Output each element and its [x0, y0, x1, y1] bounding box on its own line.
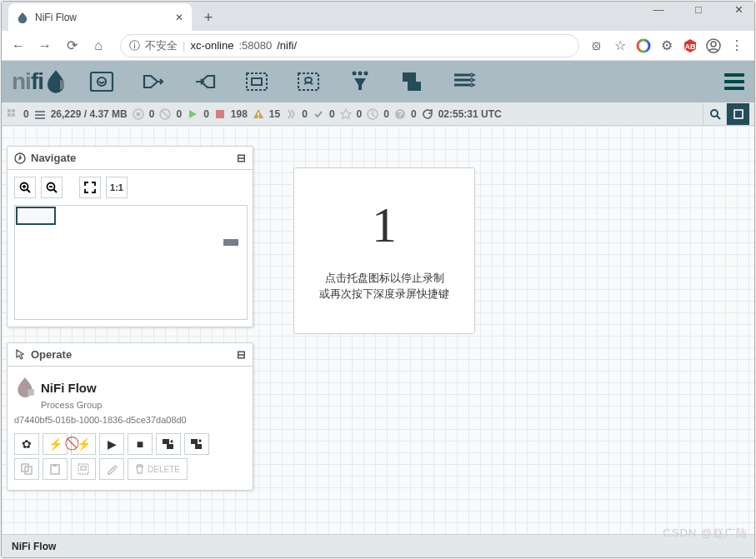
svg-rect-36 — [28, 389, 34, 396]
delete-button[interactable]: DELETE — [128, 458, 188, 480]
running-icon — [187, 108, 198, 120]
viewport-rect[interactable] — [16, 207, 56, 225]
svg-rect-15 — [8, 109, 11, 112]
bulletin-button[interactable] — [726, 103, 749, 125]
svg-rect-14 — [408, 82, 421, 91]
last-refresh: 02:55:31 UTC — [438, 108, 502, 120]
operate-collapse-icon[interactable]: ⊟ — [237, 348, 246, 361]
label-drag-icon[interactable] — [447, 65, 480, 98]
browser-tab[interactable]: NiFi Flow ✕ — [8, 3, 192, 31]
operate-flow-id: d7440bf5-016b-1000-1836-d5ce37da08d0 — [14, 415, 246, 425]
zoom-actual-button[interactable]: 1:1 — [106, 177, 128, 198]
reload-button[interactable]: ⟳ — [60, 34, 83, 57]
output-port-drag-icon[interactable] — [188, 65, 222, 98]
forward-button[interactable]: → — [33, 34, 57, 57]
nifi-logo: nifi — [12, 68, 67, 95]
translate-icon[interactable]: ⦻ — [589, 38, 604, 53]
operate-title: Operate — [31, 348, 72, 361]
new-tab-button[interactable]: + — [197, 6, 220, 29]
bookmark-icon[interactable]: ☆ — [613, 38, 628, 53]
remote-process-group-drag-icon[interactable] — [292, 65, 325, 98]
stop-button[interactable]: ■ — [128, 433, 153, 455]
uptodate-icon — [313, 108, 324, 120]
color-button[interactable] — [99, 458, 124, 480]
refresh-icon — [422, 108, 433, 120]
operate-panel: Operate ⊟ NiFi Flow Process Group d7440b… — [7, 342, 253, 491]
zoom-out-button[interactable] — [41, 177, 63, 198]
adblock-icon[interactable]: AB — [683, 38, 698, 53]
svg-rect-27 — [258, 117, 259, 118]
template-drag-icon[interactable] — [395, 65, 428, 98]
global-menu-icon[interactable] — [724, 73, 744, 90]
breadcrumb[interactable]: NiFi Flow — [2, 534, 754, 557]
svg-rect-5 — [91, 72, 113, 91]
window-close[interactable]: ✕ — [726, 3, 751, 16]
funnel-drag-icon[interactable] — [343, 65, 377, 98]
overlay-line2: 或再次按下深度录屏快捷键 — [319, 286, 449, 302]
paste-button[interactable] — [43, 458, 68, 480]
operate-flow-type: Process Group — [41, 400, 246, 410]
input-port-drag-icon[interactable] — [137, 65, 170, 98]
svg-rect-37 — [163, 439, 169, 444]
window-minimize[interactable]: — — [646, 3, 671, 16]
svg-rect-16 — [12, 109, 15, 112]
svg-rect-40 — [195, 444, 202, 449]
create-template-button[interactable] — [156, 433, 181, 455]
canvas[interactable]: Navigate ⊟ 1:1 — [2, 126, 754, 534]
disable-button[interactable]: ⚡⃠ — [71, 433, 96, 455]
transmit-off-icon — [159, 108, 171, 120]
navigate-collapse-icon[interactable]: ⊟ — [237, 152, 246, 164]
svg-rect-20 — [35, 114, 45, 116]
home-button[interactable]: ⌂ — [87, 34, 110, 57]
profile-icon[interactable] — [706, 38, 721, 53]
stopped-icon — [214, 108, 226, 120]
svg-rect-38 — [167, 444, 173, 449]
search-button[interactable] — [703, 103, 726, 125]
svg-rect-18 — [12, 113, 15, 117]
overlay-number: 1 — [372, 200, 397, 250]
url-field[interactable]: ⓘ 不安全 | xc-online:58080/nifi/ — [120, 34, 579, 57]
svg-point-9 — [305, 77, 312, 82]
back-button[interactable]: ← — [7, 34, 30, 57]
svg-point-0 — [638, 40, 649, 52]
recording-overlay: 1 点击托盘图标以停止录制 或再次按下深度录屏快捷键 — [293, 167, 475, 334]
svg-point-11 — [358, 72, 363, 76]
svg-rect-39 — [191, 439, 198, 444]
queue-size: 26,229 / 4.37 MB — [51, 108, 128, 120]
navigate-title: Navigate — [31, 152, 76, 164]
svg-rect-32 — [734, 110, 743, 118]
svg-rect-13 — [403, 72, 416, 82]
address-icons: ⦻ ☆ ⚙ AB ⋮ — [589, 38, 749, 53]
ext2-icon[interactable]: ⚙ — [659, 38, 674, 53]
svg-rect-25 — [216, 110, 224, 118]
tab-close-icon[interactable]: ✕ — [175, 12, 183, 23]
zoom-fit-button[interactable] — [79, 177, 101, 198]
svg-rect-46 — [81, 467, 86, 470]
address-bar: ← → ⟳ ⌂ ⓘ 不安全 | xc-online:58080/nifi/ ⦻ … — [2, 31, 754, 61]
processor-drag-icon[interactable] — [85, 65, 118, 98]
ext1-icon[interactable] — [636, 38, 651, 53]
birdseye-view[interactable] — [14, 205, 248, 320]
menu-icon[interactable]: ⋮ — [729, 38, 744, 53]
configure-button[interactable]: ✿ — [14, 433, 39, 455]
zoom-in-button[interactable] — [14, 177, 36, 198]
window-maximize[interactable]: □ — [686, 3, 711, 16]
window-controls: — □ ✕ — [646, 3, 751, 16]
group-button[interactable] — [71, 458, 96, 480]
copy-button[interactable] — [14, 458, 39, 480]
upload-template-button[interactable] — [184, 433, 209, 455]
nifi-app: nifi 0 26,229 / 4.37 MB 0 0 0 — [2, 61, 754, 557]
drop-icon — [16, 377, 34, 398]
process-group-drag-icon[interactable] — [240, 65, 273, 98]
enable-button[interactable]: ⚡ — [43, 433, 68, 455]
nifi-toolbar: nifi — [2, 61, 754, 102]
svg-rect-19 — [35, 111, 45, 112]
disabled-icon — [285, 108, 297, 120]
transmit-on-icon — [133, 108, 144, 120]
svg-point-31 — [711, 110, 718, 117]
url-host: xc-online — [190, 39, 233, 52]
svg-rect-7 — [252, 78, 262, 85]
svg-rect-44 — [53, 464, 57, 467]
minimap-item — [223, 239, 238, 246]
start-button[interactable]: ▶ — [99, 433, 124, 455]
